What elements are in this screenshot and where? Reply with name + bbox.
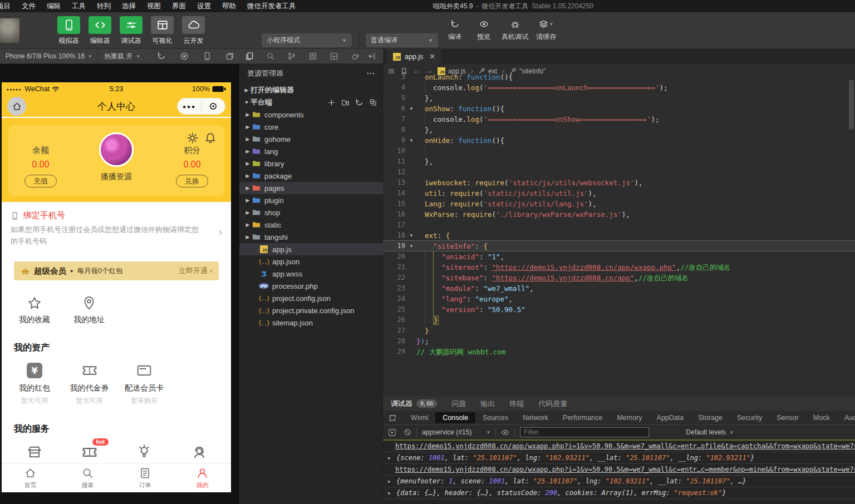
vip-open-link[interactable]: 立即开通 › [179, 266, 212, 276]
editor-scrollbar[interactable] [849, 80, 854, 130]
debug-tab-输出[interactable]: 输出 [480, 399, 495, 409]
folder-components[interactable]: ▶components [239, 108, 383, 121]
console-request-link[interactable]: https://demo15.ynjdzzd008.cn/app/wxapp.p… [395, 442, 855, 450]
action-真机调试[interactable]: 真机调试 [502, 18, 528, 42]
exchange-button[interactable]: 兑换 [176, 175, 208, 187]
file-project.config.json[interactable]: {..}project.config.json [239, 292, 383, 304]
devtools-tab-Mock[interactable]: Mock [806, 412, 837, 423]
npm-panel-icon[interactable] [330, 52, 338, 61]
console-row[interactable]: ▶{data: {…}, header: {…}, statusCode: 20… [383, 487, 855, 499]
context-select[interactable]: appservice (#15) ▼ [422, 428, 490, 436]
collapse-all-icon[interactable] [369, 98, 377, 107]
clear-console-icon[interactable] [404, 428, 411, 436]
fold-icon[interactable]: ▼ [407, 135, 415, 146]
close-icon[interactable]: ✕ [429, 52, 435, 61]
menu-item-界面[interactable]: 界面 [166, 2, 191, 11]
new-folder-icon[interactable] [341, 98, 350, 107]
debug-tab-调试器[interactable]: 调试器9, 66 [391, 399, 437, 409]
folder-gohome[interactable]: ▶gohome [239, 133, 383, 145]
action-编译[interactable]: 编译 [444, 18, 466, 42]
tab-订单[interactable]: 订单 [116, 464, 174, 492]
menu-item-编辑[interactable]: 编辑 [41, 2, 66, 11]
toolbar-button-云开发[interactable]: 云开发 [180, 16, 207, 46]
minimize-target-icon[interactable] [202, 102, 225, 111]
file-processor.php[interactable]: phpprocessor.php [239, 280, 383, 292]
compile-select[interactable]: 普通编译▼ [366, 33, 438, 47]
console-row[interactable]: ▶{menufooter: 1, scene: 1001, lat: "25.1… [383, 476, 855, 487]
service-bulb[interactable] [136, 444, 155, 463]
folder-package[interactable]: ▶package [239, 170, 383, 182]
log-levels-select[interactable]: Default levels ▼ [686, 428, 734, 436]
devtools-tab-Storage[interactable]: Storage [691, 412, 730, 423]
tab-appjs[interactable]: JS app.js ✕ [387, 49, 441, 64]
menu-item-设置[interactable]: 设置 [191, 2, 217, 11]
recharge-button[interactable]: 充值 [24, 175, 57, 187]
folder-shop[interactable]: ▶shop [239, 206, 383, 219]
menu-item-转到[interactable]: 转到 [91, 2, 116, 11]
folder-plugin[interactable]: ▶plugin [239, 194, 383, 206]
folder-static[interactable]: ▶static [239, 219, 383, 231]
utilities-icon[interactable] [351, 52, 360, 61]
quick-我的收藏[interactable]: 我的收藏 [13, 295, 56, 325]
quick-我的地址[interactable]: 我的地址 [67, 295, 111, 325]
user-avatar[interactable] [0, 18, 19, 43]
menu-item-项目[interactable]: 项目 [0, 2, 16, 11]
menu-item-视图[interactable]: 视图 [141, 2, 166, 11]
new-file-icon[interactable] [327, 98, 336, 107]
asset-我的红包[interactable]: ¥我的红包暂无可用 [8, 362, 61, 406]
mode-select[interactable]: 小程序模式▼ [262, 33, 352, 47]
fold-icon[interactable]: ▼ [407, 103, 415, 114]
action-预览[interactable]: 预览 [473, 18, 495, 42]
file-project.private.config.json[interactable]: {..}project.private.config.json [239, 304, 383, 317]
devtools-tab-Console[interactable]: Console [435, 412, 475, 423]
debug-tab-终端[interactable]: 终端 [509, 399, 524, 409]
open-editors-section[interactable]: ▶ 打开的编辑器 [239, 84, 383, 96]
more-menu-icon[interactable]: ●●● [178, 103, 201, 110]
tab-首页[interactable]: 首页 [2, 464, 59, 492]
menu-item-工具[interactable]: 工具 [66, 2, 91, 11]
more-actions-icon[interactable] [366, 69, 375, 78]
fold-icon[interactable]: ▼ [407, 241, 415, 251]
explorer-files-icon[interactable] [245, 52, 254, 61]
file-app.wxss[interactable]: Ʒapp.wxss [239, 268, 383, 280]
asset-配送会员卡[interactable]: 配送会员卡暂未购买 [117, 362, 171, 406]
console-filter-input[interactable] [520, 427, 649, 437]
devtools-tab-Security[interactable]: Security [730, 412, 769, 423]
service-service[interactable] [191, 444, 210, 463]
menu-item-选择[interactable]: 选择 [116, 2, 141, 11]
git-icon[interactable] [287, 52, 296, 61]
debug-tab-问题[interactable]: 问题 [451, 399, 466, 409]
search-icon[interactable] [266, 52, 275, 61]
folder-lang[interactable]: ▶lang [239, 145, 383, 157]
refresh-icon[interactable] [355, 98, 363, 107]
folder-core[interactable]: ▶core [239, 121, 383, 133]
action-清缓存[interactable]: ▼清缓存 [535, 18, 557, 42]
toolbar-button-模拟器[interactable]: 模拟器 [56, 16, 82, 46]
code-area[interactable]: 3 onLaunch: function(){4 console.log('==… [383, 78, 855, 396]
inspect-element-icon[interactable] [389, 414, 397, 422]
devtools-tab-Sources[interactable]: Sources [475, 412, 515, 423]
console-row[interactable]: ▶{scene: 1001, lat: "25.101107", lng: "1… [383, 452, 855, 464]
debug-tab-代码质量[interactable]: 代码质量 [538, 399, 567, 409]
refresh-icon[interactable] [157, 52, 166, 61]
menu-item-文件[interactable]: 文件 [16, 2, 41, 11]
tab-我的[interactable]: 我的 [174, 464, 231, 492]
folder-pages[interactable]: ▶pages [239, 182, 383, 194]
collapse-sidebar-icon[interactable] [367, 52, 376, 61]
bell-icon[interactable] [204, 132, 217, 144]
toolbar-button-编辑器[interactable]: 编辑器 [87, 16, 113, 46]
tab-搜索[interactable]: 搜索 [59, 464, 116, 492]
step-over-icon[interactable] [388, 428, 396, 437]
eye-icon[interactable] [501, 428, 509, 437]
folder-library[interactable]: ▶library [239, 157, 383, 170]
asset-我的代金券[interactable]: 我的代金券暂无可用 [63, 362, 116, 406]
file-sitemap.json[interactable]: {..}sitemap.json [239, 317, 383, 329]
devtools-tab-Sensor[interactable]: Sensor [769, 412, 806, 423]
phone-icon[interactable] [203, 52, 212, 61]
service-ticket[interactable]: hot [81, 444, 100, 463]
project-root-section[interactable]: ▼ 平台端 [239, 96, 383, 108]
extensions-icon[interactable] [308, 52, 317, 61]
toolbar-button-可视化[interactable]: 可视化 [149, 16, 175, 46]
devtools-tab-Wxml[interactable]: Wxml [404, 412, 435, 423]
devtools-tab-Network[interactable]: Network [515, 412, 556, 423]
